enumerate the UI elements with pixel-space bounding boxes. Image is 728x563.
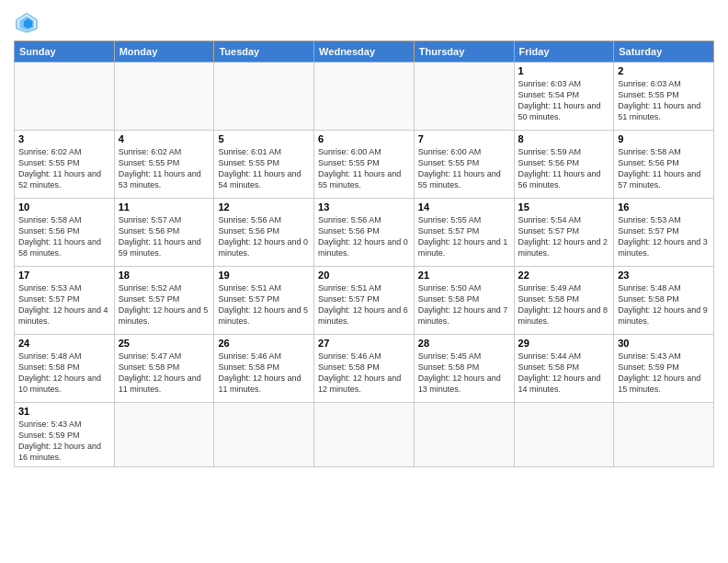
calendar-cell: 13Sunrise: 5:56 AM Sunset: 5:56 PM Dayli… xyxy=(314,199,415,267)
day-info: Sunrise: 5:58 AM Sunset: 5:56 PM Dayligh… xyxy=(18,214,110,259)
day-info: Sunrise: 6:00 AM Sunset: 5:55 PM Dayligh… xyxy=(418,146,510,191)
calendar-cell: 11Sunrise: 5:57 AM Sunset: 5:56 PM Dayli… xyxy=(114,199,214,267)
header xyxy=(14,9,714,35)
week-row-4: 17Sunrise: 5:53 AM Sunset: 5:57 PM Dayli… xyxy=(15,267,714,335)
day-info: Sunrise: 6:02 AM Sunset: 5:55 PM Dayligh… xyxy=(18,146,110,191)
calendar-cell: 23Sunrise: 5:48 AM Sunset: 5:58 PM Dayli… xyxy=(614,267,714,335)
day-info: Sunrise: 5:43 AM Sunset: 5:59 PM Dayligh… xyxy=(18,419,110,464)
calendar-cell: 16Sunrise: 5:53 AM Sunset: 5:57 PM Dayli… xyxy=(614,199,714,267)
weekday-header-sunday: Sunday xyxy=(15,41,115,63)
day-info: Sunrise: 5:55 AM Sunset: 5:57 PM Dayligh… xyxy=(418,214,510,259)
day-info: Sunrise: 5:51 AM Sunset: 5:57 PM Dayligh… xyxy=(318,282,410,327)
calendar-cell: 26Sunrise: 5:46 AM Sunset: 5:58 PM Dayli… xyxy=(214,335,314,403)
day-info: Sunrise: 6:01 AM Sunset: 5:55 PM Dayligh… xyxy=(218,146,310,191)
calendar-cell: 20Sunrise: 5:51 AM Sunset: 5:57 PM Dayli… xyxy=(314,267,415,335)
day-number: 25 xyxy=(119,338,210,349)
day-number: 30 xyxy=(618,338,710,349)
calendar-cell: 27Sunrise: 5:46 AM Sunset: 5:58 PM Dayli… xyxy=(314,335,415,403)
day-info: Sunrise: 5:49 AM Sunset: 5:58 PM Dayligh… xyxy=(518,282,610,327)
day-info: Sunrise: 5:50 AM Sunset: 5:58 PM Dayligh… xyxy=(418,282,510,327)
calendar-cell xyxy=(15,63,115,131)
day-info: Sunrise: 5:45 AM Sunset: 5:58 PM Dayligh… xyxy=(418,350,510,396)
calendar-cell: 8Sunrise: 5:59 AM Sunset: 5:56 PM Daylig… xyxy=(514,131,614,199)
calendar-cell xyxy=(114,403,214,467)
day-info: Sunrise: 5:56 AM Sunset: 5:56 PM Dayligh… xyxy=(218,214,310,259)
day-number: 20 xyxy=(318,270,410,281)
day-number: 4 xyxy=(119,133,210,144)
day-info: Sunrise: 5:54 AM Sunset: 5:57 PM Dayligh… xyxy=(518,214,610,259)
calendar-cell xyxy=(414,403,514,467)
day-info: Sunrise: 5:57 AM Sunset: 5:56 PM Dayligh… xyxy=(119,214,210,259)
calendar-cell: 17Sunrise: 5:53 AM Sunset: 5:57 PM Dayli… xyxy=(15,267,115,335)
day-number: 18 xyxy=(119,270,210,281)
week-row-3: 10Sunrise: 5:58 AM Sunset: 5:56 PM Dayli… xyxy=(15,199,714,267)
day-info: Sunrise: 5:48 AM Sunset: 5:58 PM Dayligh… xyxy=(618,282,710,327)
day-number: 27 xyxy=(318,338,410,349)
day-number: 2 xyxy=(618,65,710,76)
weekday-header-wednesday: Wednesday xyxy=(314,41,415,63)
calendar-cell: 24Sunrise: 5:48 AM Sunset: 5:58 PM Dayli… xyxy=(15,335,115,403)
calendar-cell xyxy=(614,403,714,467)
day-number: 19 xyxy=(218,270,310,281)
week-row-2: 3Sunrise: 6:02 AM Sunset: 5:55 PM Daylig… xyxy=(15,131,714,199)
calendar-cell: 15Sunrise: 5:54 AM Sunset: 5:57 PM Dayli… xyxy=(514,199,614,267)
calendar-cell: 5Sunrise: 6:01 AM Sunset: 5:55 PM Daylig… xyxy=(214,131,314,199)
day-info: Sunrise: 5:46 AM Sunset: 5:58 PM Dayligh… xyxy=(218,350,310,396)
day-info: Sunrise: 5:51 AM Sunset: 5:57 PM Dayligh… xyxy=(218,282,310,327)
day-number: 26 xyxy=(218,338,310,349)
day-info: Sunrise: 5:56 AM Sunset: 5:56 PM Dayligh… xyxy=(318,214,410,259)
day-number: 5 xyxy=(218,133,310,144)
day-info: Sunrise: 5:43 AM Sunset: 5:59 PM Dayligh… xyxy=(618,350,710,396)
calendar-cell: 2Sunrise: 6:03 AM Sunset: 5:55 PM Daylig… xyxy=(614,63,714,131)
calendar-cell: 31Sunrise: 5:43 AM Sunset: 5:59 PM Dayli… xyxy=(15,403,115,467)
day-info: Sunrise: 5:58 AM Sunset: 5:56 PM Dayligh… xyxy=(618,146,710,191)
weekday-header-tuesday: Tuesday xyxy=(214,41,314,63)
day-info: Sunrise: 6:02 AM Sunset: 5:55 PM Dayligh… xyxy=(119,146,210,191)
day-number: 29 xyxy=(518,338,610,349)
calendar: SundayMondayTuesdayWednesdayThursdayFrid… xyxy=(14,40,714,467)
calendar-cell: 1Sunrise: 6:03 AM Sunset: 5:54 PM Daylig… xyxy=(514,63,614,131)
calendar-cell: 7Sunrise: 6:00 AM Sunset: 5:55 PM Daylig… xyxy=(414,131,514,199)
day-number: 7 xyxy=(418,133,510,144)
day-info: Sunrise: 5:52 AM Sunset: 5:57 PM Dayligh… xyxy=(119,282,210,327)
calendar-cell: 30Sunrise: 5:43 AM Sunset: 5:59 PM Dayli… xyxy=(614,335,714,403)
weekday-header-thursday: Thursday xyxy=(414,41,514,63)
day-info: Sunrise: 5:46 AM Sunset: 5:58 PM Dayligh… xyxy=(318,350,410,396)
logo xyxy=(14,9,43,35)
weekday-header-saturday: Saturday xyxy=(614,41,714,63)
day-number: 16 xyxy=(618,201,710,213)
calendar-cell: 29Sunrise: 5:44 AM Sunset: 5:58 PM Dayli… xyxy=(514,335,614,403)
calendar-cell xyxy=(214,403,314,467)
calendar-cell: 19Sunrise: 5:51 AM Sunset: 5:57 PM Dayli… xyxy=(214,267,314,335)
day-number: 14 xyxy=(418,201,510,213)
day-number: 22 xyxy=(518,270,610,281)
day-number: 10 xyxy=(18,201,110,213)
week-row-6: 31Sunrise: 5:43 AM Sunset: 5:59 PM Dayli… xyxy=(15,403,714,467)
calendar-cell: 21Sunrise: 5:50 AM Sunset: 5:58 PM Dayli… xyxy=(414,267,514,335)
calendar-cell xyxy=(314,403,415,467)
calendar-cell: 22Sunrise: 5:49 AM Sunset: 5:58 PM Dayli… xyxy=(514,267,614,335)
weekday-header-row: SundayMondayTuesdayWednesdayThursdayFrid… xyxy=(15,41,714,63)
day-number: 23 xyxy=(618,270,710,281)
day-info: Sunrise: 6:03 AM Sunset: 5:54 PM Dayligh… xyxy=(518,78,610,123)
page: SundayMondayTuesdayWednesdayThursdayFrid… xyxy=(0,0,728,477)
calendar-cell: 18Sunrise: 5:52 AM Sunset: 5:57 PM Dayli… xyxy=(114,267,214,335)
calendar-cell: 28Sunrise: 5:45 AM Sunset: 5:58 PM Dayli… xyxy=(414,335,514,403)
calendar-cell: 6Sunrise: 6:00 AM Sunset: 5:55 PM Daylig… xyxy=(314,131,415,199)
day-number: 13 xyxy=(318,201,410,213)
calendar-cell xyxy=(514,403,614,467)
calendar-cell: 25Sunrise: 5:47 AM Sunset: 5:58 PM Dayli… xyxy=(114,335,214,403)
day-info: Sunrise: 5:47 AM Sunset: 5:58 PM Dayligh… xyxy=(119,350,210,396)
day-number: 17 xyxy=(18,270,110,281)
calendar-cell: 12Sunrise: 5:56 AM Sunset: 5:56 PM Dayli… xyxy=(214,199,314,267)
calendar-cell xyxy=(414,63,514,131)
day-number: 6 xyxy=(318,133,410,144)
calendar-cell: 9Sunrise: 5:58 AM Sunset: 5:56 PM Daylig… xyxy=(614,131,714,199)
generalblue-icon xyxy=(14,9,40,35)
day-number: 24 xyxy=(18,338,110,349)
calendar-cell: 3Sunrise: 6:02 AM Sunset: 5:55 PM Daylig… xyxy=(15,131,115,199)
day-number: 28 xyxy=(418,338,510,349)
calendar-cell xyxy=(214,63,314,131)
day-number: 1 xyxy=(518,65,610,76)
day-number: 8 xyxy=(518,133,610,144)
